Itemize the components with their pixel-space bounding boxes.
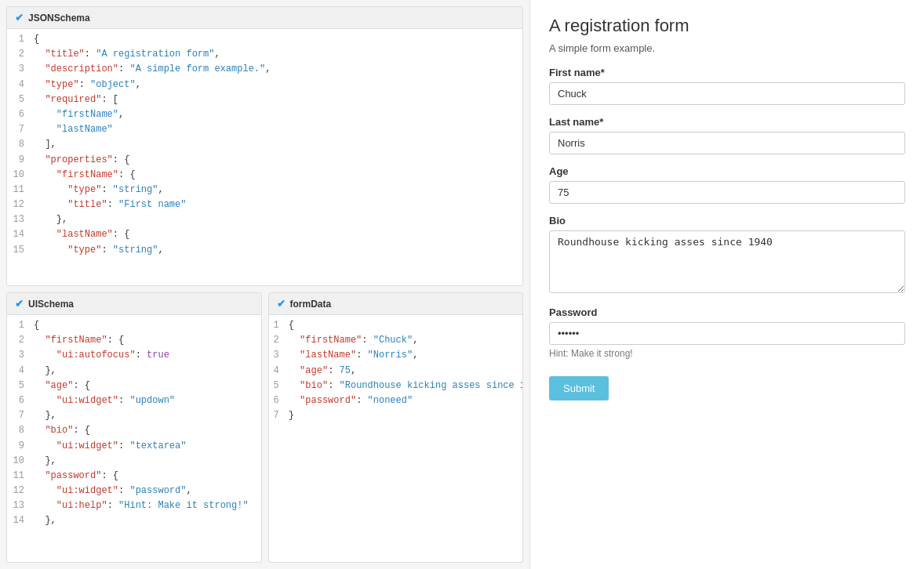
jsonschema-title: JSONSchema xyxy=(28,13,90,24)
line-row: 2 "firstName": "Chuck", xyxy=(269,333,523,348)
code-token: true xyxy=(147,350,169,361)
line-number: 12 xyxy=(7,198,31,212)
line-code: { xyxy=(286,318,522,333)
jsonschema-header: ✔ JSONSchema xyxy=(7,7,522,29)
code-token: "type" xyxy=(67,184,101,195)
line-row: 3 "description": "A simple form example.… xyxy=(7,62,522,77)
bio-group: Bio xyxy=(549,215,905,295)
line-row: 7 "lastName" xyxy=(7,122,522,137)
bio-label: Bio xyxy=(549,215,905,227)
line-row: 2 "title": "A registration form", xyxy=(7,47,522,62)
uischema-header: ✔ UISchema xyxy=(7,293,261,315)
code-token: "ui:widget" xyxy=(56,440,118,451)
code-token: "ui:autofocus" xyxy=(56,350,136,361)
last-name-input[interactable] xyxy=(549,132,905,154)
line-row: 13 }, xyxy=(7,212,522,227)
line-row: 4 "type": "object", xyxy=(7,78,522,92)
code-token: "lastName" xyxy=(56,229,113,240)
line-number: 9 xyxy=(7,153,31,168)
age-label: Age xyxy=(549,165,905,177)
line-number: 4 xyxy=(7,78,31,92)
bottom-editors: ✔ UISchema 1{2 "firstName": {3 "ui:autof… xyxy=(6,292,523,563)
submit-button[interactable]: Submit xyxy=(549,376,609,400)
line-code: { xyxy=(31,318,261,333)
code-token: "firstName" xyxy=(45,335,107,346)
line-code: "ui:widget": "updown" xyxy=(31,393,261,408)
line-number: 4 xyxy=(7,364,31,379)
line-row: 7} xyxy=(269,408,523,423)
line-number: 7 xyxy=(7,122,31,137)
code-token: "bio" xyxy=(45,425,73,436)
line-number: 3 xyxy=(7,348,31,363)
line-code: }, xyxy=(31,408,261,423)
line-code: "bio": "Roundhouse kicking asses since 1… xyxy=(286,379,522,393)
formdata-title: formData xyxy=(290,299,332,310)
code-token: "string" xyxy=(113,184,158,195)
code-token: "firstName" xyxy=(56,169,118,180)
line-row: 12 "title": "First name" xyxy=(7,198,522,212)
code-token: "object" xyxy=(90,79,136,90)
uischema-content[interactable]: 1{2 "firstName": {3 "ui:autofocus": true… xyxy=(7,315,261,532)
code-token: "ui:help" xyxy=(56,500,107,511)
line-row: 5 "bio": "Roundhouse kicking asses since… xyxy=(269,379,523,393)
code-token: "password" xyxy=(300,395,356,406)
line-row: 2 "firstName": { xyxy=(7,333,261,348)
line-number: 14 xyxy=(7,513,31,528)
line-row: 13 "ui:help": "Hint: Make it strong!" xyxy=(7,498,261,513)
password-group: Password Hint: Make it strong! xyxy=(549,306,905,359)
line-code: "password": { xyxy=(31,469,261,484)
line-number: 2 xyxy=(269,333,286,348)
line-code: { xyxy=(31,32,522,47)
formdata-content[interactable]: 1{2 "firstName": "Chuck",3 "lastName": "… xyxy=(269,315,523,426)
line-number: 12 xyxy=(7,484,31,498)
uischema-title: UISchema xyxy=(28,299,74,310)
line-row: 7 }, xyxy=(7,408,261,423)
bio-textarea[interactable] xyxy=(549,230,905,293)
line-row: 8 "bio": { xyxy=(7,423,261,438)
line-row: 9 "ui:widget": "textarea" xyxy=(7,439,261,454)
jsonschema-table: 1{2 "title": "A registration form",3 "de… xyxy=(7,32,522,258)
age-input[interactable] xyxy=(549,181,905,204)
line-number: 8 xyxy=(7,423,31,438)
code-token: "bio" xyxy=(300,380,328,391)
right-panel: A registration form A simple form exampl… xyxy=(529,0,924,569)
line-number: 2 xyxy=(7,333,31,348)
code-token: { xyxy=(289,320,294,331)
code-token: "Norris" xyxy=(368,350,413,361)
line-code: "ui:autofocus": true xyxy=(31,348,261,363)
line-row: 12 "ui:widget": "password", xyxy=(7,484,261,498)
code-token: "lastName" xyxy=(300,350,356,361)
uischema-editor: ✔ UISchema 1{2 "firstName": {3 "ui:autof… xyxy=(6,292,262,563)
line-number: 10 xyxy=(7,454,31,469)
line-number: 13 xyxy=(7,212,31,227)
line-code: "type": "object", xyxy=(31,78,522,92)
line-number: 4 xyxy=(269,364,286,379)
line-code: "type": "string", xyxy=(31,243,522,258)
line-number: 1 xyxy=(7,318,31,333)
line-number: 15 xyxy=(7,243,31,258)
code-token: "textarea" xyxy=(129,440,186,451)
line-code: "firstName", xyxy=(31,107,522,122)
code-token: { xyxy=(34,34,39,45)
line-code: "type": "string", xyxy=(31,183,522,198)
code-token: "firstName" xyxy=(56,109,118,120)
formdata-editor: ✔ formData 1{2 "firstName": "Chuck",3 "l… xyxy=(268,292,524,563)
line-code: "firstName": "Chuck", xyxy=(286,333,522,348)
line-row: 10 "firstName": { xyxy=(7,168,522,183)
code-token: "updown" xyxy=(129,395,175,406)
jsonschema-content[interactable]: 1{2 "title": "A registration form",3 "de… xyxy=(7,29,522,282)
line-row: 11 "password": { xyxy=(7,469,261,484)
code-token: "ui:widget" xyxy=(56,485,118,496)
code-token: "required" xyxy=(45,94,101,105)
first-name-input[interactable] xyxy=(549,82,905,105)
line-row: 15 "type": "string", xyxy=(7,243,522,258)
password-input[interactable] xyxy=(549,322,905,345)
code-token: "Chuck" xyxy=(373,335,413,346)
line-number: 5 xyxy=(7,92,31,107)
check-icon-ui: ✔ xyxy=(15,298,24,310)
line-number: 9 xyxy=(7,439,31,454)
line-code: "lastName": "Norris", xyxy=(286,348,522,363)
line-row: 4 }, xyxy=(7,364,261,379)
code-token: "title" xyxy=(45,49,84,60)
line-row: 3 "lastName": "Norris", xyxy=(269,348,523,363)
